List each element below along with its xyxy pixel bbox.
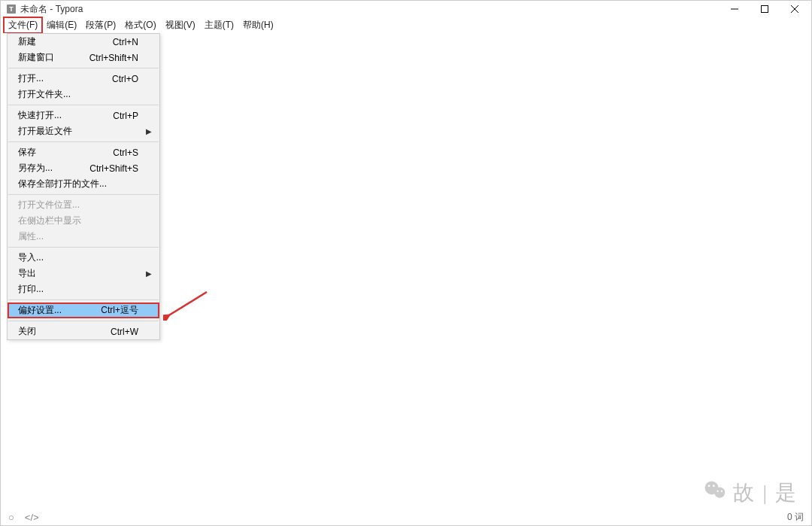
- menu-separator: [8, 247, 159, 248]
- menu-item-export[interactable]: 导出 ▶: [8, 266, 159, 281]
- menu-item-label: 打开文件夹...: [18, 88, 71, 101]
- menu-item-shortcut: Ctrl+逗号: [101, 304, 138, 317]
- menu-item-new-window[interactable]: 新建窗口 Ctrl+Shift+N: [8, 50, 159, 65]
- menu-item-shortcut: Ctrl+W: [111, 327, 138, 337]
- menu-item-import[interactable]: 导入...: [8, 250, 159, 266]
- menu-item-properties: 属性...: [8, 229, 159, 245]
- menu-paragraph[interactable]: 段落(P): [81, 17, 120, 33]
- titlebar: T 未命名 - Typora: [1, 1, 811, 17]
- menu-item-label: 打开文件位置...: [18, 199, 80, 211]
- source-code-mode-icon[interactable]: </>: [25, 512, 39, 523]
- menu-item-label: 关闭: [18, 325, 36, 338]
- menu-item-shortcut: Ctrl+S: [113, 147, 138, 158]
- menu-item-shortcut: Ctrl+P: [113, 111, 138, 121]
- menu-item-new[interactable]: 新建 Ctrl+N: [8, 34, 159, 50]
- menu-item-save-as[interactable]: 另存为... Ctrl+Shift+S: [8, 160, 159, 176]
- close-button[interactable]: [780, 1, 810, 17]
- maximize-button[interactable]: [750, 1, 780, 17]
- menu-edit[interactable]: 编辑(E): [42, 17, 81, 33]
- statusbar-left: ○ </>: [8, 512, 39, 523]
- menu-item-open-recent[interactable]: 打开最近文件 ▶: [8, 123, 159, 139]
- menu-item-label: 打开...: [18, 72, 44, 85]
- menu-item-label: 属性...: [18, 230, 44, 243]
- svg-rect-1: [762, 6, 768, 13]
- menu-item-open-location: 打开文件位置...: [8, 197, 159, 213]
- menu-item-label: 保存全部打开的文件...: [18, 178, 107, 190]
- menu-separator: [8, 321, 159, 321]
- menu-item-close[interactable]: 关闭 Ctrl+W: [8, 324, 159, 339]
- word-count[interactable]: 0 词: [787, 511, 804, 524]
- menu-item-print[interactable]: 打印...: [8, 281, 159, 297]
- menu-view[interactable]: 视图(V): [161, 17, 200, 33]
- menu-item-label: 导出: [18, 267, 36, 280]
- menu-separator: [8, 105, 159, 105]
- window-controls: [720, 1, 810, 17]
- menu-item-label: 新建窗口: [18, 51, 54, 64]
- chevron-right-icon: ▶: [146, 269, 152, 278]
- menu-item-label: 偏好设置...: [18, 304, 62, 317]
- menu-item-reveal-sidebar: 在侧边栏中显示: [8, 213, 159, 229]
- menu-separator: [8, 194, 159, 195]
- menu-item-open-folder[interactable]: 打开文件夹...: [8, 87, 159, 102]
- menu-item-label: 打开最近文件: [18, 125, 72, 138]
- menu-item-save[interactable]: 保存 Ctrl+S: [8, 144, 159, 160]
- menu-item-save-all[interactable]: 保存全部打开的文件...: [8, 176, 159, 192]
- statusbar: ○ </> 0 词: [1, 509, 811, 525]
- menu-item-label: 另存为...: [18, 162, 53, 175]
- menu-format[interactable]: 格式(O): [120, 17, 160, 33]
- titlebar-left: T 未命名 - Typora: [7, 3, 83, 16]
- menu-item-preferences[interactable]: 偏好设置... Ctrl+逗号: [8, 303, 159, 318]
- menu-theme[interactable]: 主题(T): [200, 17, 238, 33]
- menu-item-label: 导入...: [18, 251, 44, 264]
- menu-item-shortcut: Ctrl+Shift+S: [89, 163, 138, 174]
- menu-file[interactable]: 文件(F): [4, 17, 42, 33]
- app-icon: T: [7, 5, 16, 14]
- menu-item-label: 保存: [18, 146, 36, 159]
- window-title: 未命名 - Typora: [20, 3, 83, 16]
- menu-item-shortcut: Ctrl+O: [112, 74, 138, 84]
- sidebar-toggle-icon[interactable]: ○: [8, 512, 14, 523]
- menu-item-label: 打印...: [18, 283, 44, 296]
- file-menu-dropdown: 新建 Ctrl+N 新建窗口 Ctrl+Shift+N 打开... Ctrl+O…: [7, 33, 160, 340]
- chevron-right-icon: ▶: [146, 127, 152, 135]
- minimize-button[interactable]: [720, 1, 750, 17]
- menu-separator: [8, 299, 159, 300]
- menu-separator: [8, 68, 159, 68]
- menu-item-quick-open[interactable]: 快速打开... Ctrl+P: [8, 108, 159, 123]
- menu-help[interactable]: 帮助(H): [238, 17, 278, 33]
- menu-item-open[interactable]: 打开... Ctrl+O: [8, 71, 159, 87]
- menu-item-label: 在侧边栏中显示: [18, 214, 81, 227]
- menu-item-shortcut: Ctrl+Shift+N: [89, 53, 138, 63]
- menu-item-label: 新建: [18, 35, 36, 48]
- menu-separator: [8, 141, 159, 142]
- menu-item-label: 快速打开...: [18, 109, 62, 122]
- menubar: 文件(F) 编辑(E) 段落(P) 格式(O) 视图(V) 主题(T) 帮助(H…: [1, 17, 811, 33]
- menu-item-shortcut: Ctrl+N: [113, 37, 138, 47]
